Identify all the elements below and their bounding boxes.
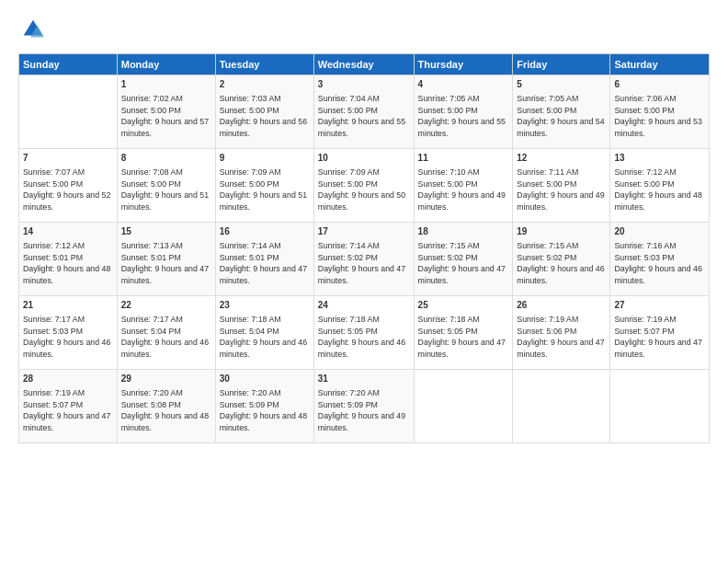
day-number: 7	[23, 152, 113, 165]
day-number: 19	[517, 225, 606, 238]
calendar-cell: 13Sunrise: 7:12 AMSunset: 5:00 PMDayligh…	[610, 149, 710, 223]
weekday-header-monday: Monday	[117, 54, 215, 75]
cell-content: Sunrise: 7:09 AMSunset: 5:00 PMDaylight:…	[220, 167, 307, 212]
cell-content: Sunrise: 7:04 AMSunset: 5:00 PMDaylight:…	[318, 94, 405, 138]
calendar-cell: 27Sunrise: 7:19 AMSunset: 5:07 PMDayligh…	[610, 296, 710, 370]
day-number: 18	[418, 225, 509, 238]
calendar-cell: 15Sunrise: 7:13 AMSunset: 5:01 PMDayligh…	[117, 223, 215, 296]
cell-content: Sunrise: 7:20 AMSunset: 5:08 PMDaylight:…	[121, 388, 209, 432]
cell-content: Sunrise: 7:12 AMSunset: 5:01 PMDaylight:…	[23, 241, 110, 285]
calendar-cell: 28Sunrise: 7:19 AMSunset: 5:07 PMDayligh…	[19, 370, 118, 443]
day-number: 9	[220, 152, 310, 165]
cell-content: Sunrise: 7:10 AMSunset: 5:00 PMDaylight:…	[418, 167, 506, 212]
calendar-cell: 23Sunrise: 7:18 AMSunset: 5:04 PMDayligh…	[215, 296, 313, 370]
calendar-cell: 16Sunrise: 7:14 AMSunset: 5:01 PMDayligh…	[215, 223, 313, 296]
day-number: 3	[318, 78, 410, 91]
day-number: 25	[418, 299, 509, 312]
day-number: 14	[23, 225, 113, 238]
day-number: 13	[614, 152, 705, 165]
calendar-week-row: 7Sunrise: 7:07 AMSunset: 5:00 PMDaylight…	[19, 149, 710, 223]
header	[18, 17, 710, 46]
day-number: 17	[318, 225, 410, 238]
day-number: 15	[121, 225, 211, 238]
cell-content: Sunrise: 7:12 AMSunset: 5:00 PMDaylight:…	[614, 167, 701, 212]
day-number: 31	[318, 373, 410, 385]
calendar-cell: 31Sunrise: 7:20 AMSunset: 5:09 PMDayligh…	[313, 370, 414, 443]
calendar-cell: 4Sunrise: 7:05 AMSunset: 5:00 PMDaylight…	[414, 75, 513, 149]
day-number: 12	[517, 152, 606, 165]
calendar-cell: 11Sunrise: 7:10 AMSunset: 5:00 PMDayligh…	[414, 149, 513, 223]
cell-content: Sunrise: 7:16 AMSunset: 5:03 PMDaylight:…	[614, 241, 701, 285]
day-number: 16	[220, 225, 310, 238]
day-number: 10	[318, 152, 410, 165]
cell-content: Sunrise: 7:07 AMSunset: 5:00 PMDaylight:…	[23, 167, 110, 212]
calendar-cell: 24Sunrise: 7:18 AMSunset: 5:05 PMDayligh…	[313, 296, 414, 370]
calendar-cell: 21Sunrise: 7:17 AMSunset: 5:03 PMDayligh…	[19, 296, 118, 370]
calendar-week-row: 21Sunrise: 7:17 AMSunset: 5:03 PMDayligh…	[19, 296, 710, 370]
calendar-cell: 6Sunrise: 7:06 AMSunset: 5:00 PMDaylight…	[610, 75, 710, 149]
cell-content: Sunrise: 7:18 AMSunset: 5:05 PMDaylight:…	[318, 315, 405, 359]
calendar-cell: 22Sunrise: 7:17 AMSunset: 5:04 PMDayligh…	[117, 296, 215, 370]
cell-content: Sunrise: 7:19 AMSunset: 5:06 PMDaylight:…	[517, 315, 604, 359]
calendar-cell: 14Sunrise: 7:12 AMSunset: 5:01 PMDayligh…	[19, 223, 118, 296]
calendar-cell: 17Sunrise: 7:14 AMSunset: 5:02 PMDayligh…	[313, 223, 414, 296]
day-number: 22	[121, 299, 211, 312]
day-number: 28	[23, 373, 113, 385]
calendar-cell	[19, 75, 118, 149]
weekday-header-thursday: Thursday	[414, 54, 513, 75]
calendar-cell: 18Sunrise: 7:15 AMSunset: 5:02 PMDayligh…	[414, 223, 513, 296]
day-number: 5	[517, 78, 606, 91]
calendar-cell: 1Sunrise: 7:02 AMSunset: 5:00 PMDaylight…	[117, 75, 215, 149]
weekday-header-friday: Friday	[513, 54, 610, 75]
cell-content: Sunrise: 7:08 AMSunset: 5:00 PMDaylight:…	[121, 167, 209, 212]
cell-content: Sunrise: 7:09 AMSunset: 5:00 PMDaylight:…	[318, 167, 405, 212]
cell-content: Sunrise: 7:20 AMSunset: 5:09 PMDaylight:…	[220, 388, 307, 432]
logo-icon	[20, 17, 46, 42]
calendar-cell: 30Sunrise: 7:20 AMSunset: 5:09 PMDayligh…	[215, 370, 313, 443]
cell-content: Sunrise: 7:20 AMSunset: 5:09 PMDaylight:…	[318, 388, 405, 432]
day-number: 6	[614, 78, 705, 91]
calendar-cell	[610, 370, 710, 443]
day-number: 2	[220, 78, 310, 91]
calendar-cell: 25Sunrise: 7:18 AMSunset: 5:05 PMDayligh…	[414, 296, 513, 370]
cell-content: Sunrise: 7:11 AMSunset: 5:00 PMDaylight:…	[517, 167, 604, 212]
calendar-cell: 19Sunrise: 7:15 AMSunset: 5:02 PMDayligh…	[513, 223, 610, 296]
cell-content: Sunrise: 7:19 AMSunset: 5:07 PMDaylight:…	[23, 388, 110, 432]
calendar-cell	[414, 370, 513, 443]
day-number: 30	[220, 373, 310, 385]
page: SundayMondayTuesdayWednesdayThursdayFrid…	[0, 0, 728, 453]
day-number: 23	[220, 299, 310, 312]
cell-content: Sunrise: 7:17 AMSunset: 5:04 PMDaylight:…	[121, 315, 209, 359]
calendar-week-row: 28Sunrise: 7:19 AMSunset: 5:07 PMDayligh…	[19, 370, 710, 443]
cell-content: Sunrise: 7:14 AMSunset: 5:01 PMDaylight:…	[220, 241, 307, 285]
calendar-cell: 3Sunrise: 7:04 AMSunset: 5:00 PMDaylight…	[313, 75, 414, 149]
calendar-week-row: 14Sunrise: 7:12 AMSunset: 5:01 PMDayligh…	[19, 223, 710, 296]
cell-content: Sunrise: 7:17 AMSunset: 5:03 PMDaylight:…	[23, 315, 110, 359]
day-number: 20	[614, 225, 705, 238]
calendar-cell: 8Sunrise: 7:08 AMSunset: 5:00 PMDaylight…	[117, 149, 215, 223]
day-number: 29	[121, 373, 211, 385]
calendar-cell: 2Sunrise: 7:03 AMSunset: 5:00 PMDaylight…	[215, 75, 313, 149]
calendar-cell: 7Sunrise: 7:07 AMSunset: 5:00 PMDaylight…	[19, 149, 118, 223]
calendar-cell: 12Sunrise: 7:11 AMSunset: 5:00 PMDayligh…	[513, 149, 610, 223]
calendar-cell: 5Sunrise: 7:05 AMSunset: 5:00 PMDaylight…	[513, 75, 610, 149]
weekday-header-row: SundayMondayTuesdayWednesdayThursdayFrid…	[19, 54, 710, 75]
cell-content: Sunrise: 7:05 AMSunset: 5:00 PMDaylight:…	[517, 94, 604, 138]
weekday-header-saturday: Saturday	[610, 54, 710, 75]
weekday-header-wednesday: Wednesday	[313, 54, 414, 75]
day-number: 11	[418, 152, 509, 165]
cell-content: Sunrise: 7:14 AMSunset: 5:02 PMDaylight:…	[318, 241, 405, 285]
calendar-week-row: 1Sunrise: 7:02 AMSunset: 5:00 PMDaylight…	[19, 75, 710, 149]
day-number: 4	[418, 78, 509, 91]
day-number: 21	[23, 299, 113, 312]
cell-content: Sunrise: 7:03 AMSunset: 5:00 PMDaylight:…	[220, 94, 307, 138]
calendar-cell: 26Sunrise: 7:19 AMSunset: 5:06 PMDayligh…	[513, 296, 610, 370]
day-number: 8	[121, 152, 211, 165]
cell-content: Sunrise: 7:18 AMSunset: 5:05 PMDaylight:…	[418, 315, 506, 359]
day-number: 1	[121, 78, 211, 91]
weekday-header-sunday: Sunday	[19, 54, 118, 75]
calendar-table: SundayMondayTuesdayWednesdayThursdayFrid…	[18, 53, 710, 443]
day-number: 27	[614, 299, 705, 312]
cell-content: Sunrise: 7:15 AMSunset: 5:02 PMDaylight:…	[517, 241, 604, 285]
cell-content: Sunrise: 7:06 AMSunset: 5:00 PMDaylight:…	[614, 94, 701, 138]
